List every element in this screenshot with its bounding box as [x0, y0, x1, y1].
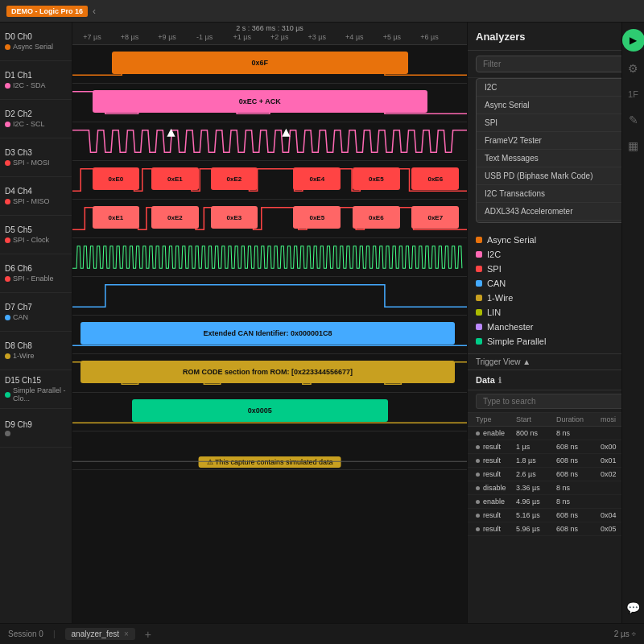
waveform-row-d9: ⚠ This capture contains simulated data — [72, 431, 467, 470]
tab-close-icon[interactable]: × — [124, 630, 129, 638]
ruler-marker-4: +1 µs — [233, 33, 250, 41]
row-duration: 8 ns — [556, 497, 601, 506]
analyzer-item-can[interactable]: CAN ✔ — [476, 276, 636, 291]
tab-analyzer-fest[interactable]: analyzer_fest × — [65, 628, 135, 640]
channel-name: D8 Ch8 — [5, 341, 67, 350]
analyzer-item-async-serial[interactable]: Async Serial ✔ — [476, 233, 636, 247]
ruler-marker-8: +5 µs — [383, 33, 401, 41]
channel-label-d1[interactable]: D1 Ch1 I2C - SDA — [0, 61, 72, 100]
row-start: 4.96 µs — [516, 497, 556, 506]
row-start: 5.16 µs — [516, 511, 556, 519]
dropdown-item-addressable-leds-(async)[interactable]: Addressable LEDs (Async) — [477, 221, 635, 223]
channel-sub: SPI - MISO — [5, 197, 67, 205]
waveform-area: 2 s : 366 ms : 310 µs +7 µs+8 µs+9 µs-1 … — [72, 23, 467, 623]
channel-label-d9[interactable]: D9 Ch9 — [0, 409, 72, 448]
row-start: 1 µs — [516, 443, 556, 451]
dropdown-item-spi[interactable]: SPI — [477, 114, 635, 132]
channel-label-d0[interactable]: D0 Ch0 Async Serial — [0, 23, 72, 61]
channel-label-d15[interactable]: D15 Ch15 Simple Parallel - Clo... — [0, 370, 72, 409]
data-row[interactable]: result 2.6 µs 608 ns 0x02 0x03 — [468, 468, 644, 481]
row-start: 3.36 µs — [516, 484, 556, 492]
chat-icon[interactable]: 💬 — [625, 599, 642, 617]
row-duration: 608 ns — [556, 443, 601, 451]
channel-label-d7[interactable]: D7 Ch7 CAN — [0, 293, 72, 332]
analyzer-color-dot — [476, 251, 482, 258]
dropdown-item-framev2-tester[interactable]: FrameV2 Tester — [477, 132, 635, 150]
proto-bar-ch3-1: 0xE1 — [151, 167, 199, 190]
proto-bar-ch7: Extended CAN Identifier: 0x000001C8 — [80, 322, 456, 345]
ruler-marker-0: +7 µs — [83, 33, 101, 41]
data-row[interactable]: result 1 µs 608 ns 0x00 0x01 — [468, 440, 644, 454]
channel-name: D0 Ch0 — [5, 32, 67, 41]
data-row[interactable]: enable 4.96 µs 8 ns — [468, 495, 644, 509]
channel-sub: SPI - Enable — [5, 275, 67, 283]
proto-bar-ch4-5: 0xE7 — [411, 206, 459, 229]
row-start: 2.6 µs — [516, 470, 556, 478]
analyzer-color-dot — [476, 324, 482, 330]
proto-bar-ch3-4: 0xE5 — [353, 167, 400, 190]
channel-label-d6[interactable]: D6 Ch6 SPI - Enable — [0, 254, 72, 293]
analyzer-item-simple-parallel[interactable]: Simple Parallel ✔ — [476, 334, 636, 349]
dropdown-item-i2c[interactable]: I2C — [477, 79, 635, 97]
analyzer-item-manchester[interactable]: Manchester ✔ — [476, 320, 636, 334]
channel-label-d3[interactable]: D3 Ch3 SPI - MOSI — [0, 138, 72, 177]
row-duration: 8 ns — [556, 429, 601, 437]
channel-label-d2[interactable]: D2 Ch2 I2C - SCL — [0, 100, 72, 138]
zoom-level: 2 µs ÷ — [614, 630, 636, 638]
channel-sub: SPI - MOSI — [5, 159, 67, 167]
dropdown-item-adxl343-accelerometer[interactable]: ADXL343 Accelerometer — [477, 203, 635, 221]
channel-name: D4 Ch4 — [5, 187, 67, 196]
terminal-icon[interactable]: 1F — [625, 85, 642, 103]
dropdown-item-usb-pd-(biphase-mark-code)[interactable]: USB PD (Biphase Mark Code) — [477, 167, 635, 185]
add-tab-button[interactable]: + — [145, 628, 151, 641]
proto-bar-ch4-3: 0xE5 — [293, 206, 341, 229]
channel-label-d8[interactable]: D8 Ch8 1-Wire — [0, 332, 72, 370]
collapse-arrow[interactable]: ‹ — [93, 6, 96, 17]
channel-label-d5[interactable]: D5 Ch5 SPI - Clock — [0, 216, 72, 254]
waveform-row-d2 — [72, 122, 467, 161]
data-row[interactable]: result 1.8 µs 608 ns 0x01 0x02 — [468, 454, 644, 468]
filter-input[interactable] — [476, 56, 636, 72]
data-row[interactable]: disable 3.36 µs 8 ns — [468, 481, 644, 495]
dropdown-item-async-serial[interactable]: Async Serial — [477, 97, 635, 114]
pencil-icon[interactable]: ✎ — [625, 111, 642, 129]
trigger-view-row[interactable]: Trigger View ▲ — [468, 354, 644, 370]
col-header-start: Start — [516, 415, 556, 423]
proto-bar-ch3-2: 0xE2 — [211, 167, 258, 190]
waveform-svg-d2 — [72, 122, 467, 160]
analyzer-name: Manchester — [487, 322, 533, 332]
channel-sub: I2C - SCL — [5, 120, 67, 128]
channel-label-d4[interactable]: D4 Ch4 SPI - MISO — [0, 177, 72, 216]
waveform-row-d0: 0x6F — [72, 45, 467, 84]
analyzer-color-dot — [476, 309, 482, 316]
analyzer-item-1-wire[interactable]: 1-Wire ✔ — [476, 291, 636, 305]
waveform-svg-d5 — [72, 238, 467, 276]
data-row[interactable]: result 5.16 µs 608 ns 0x04 0x05 — [468, 509, 644, 522]
ruler-marker-6: +3 µs — [308, 33, 326, 41]
analyzer-name: Simple Parallel — [487, 336, 546, 346]
row-duration: 608 ns — [556, 456, 601, 464]
data-row[interactable]: enable 800 ns 8 ns — [468, 427, 644, 440]
dropdown-item-text-messages[interactable]: Text Messages — [477, 150, 635, 167]
proto-bar-ch3-3: 0xE4 — [293, 167, 341, 190]
row-type: disable — [476, 484, 516, 492]
col-header-duration: Duration — [556, 415, 601, 423]
analyzer-item-spi[interactable]: SPI ✔ — [476, 262, 636, 276]
row-type: result — [476, 443, 516, 451]
dropdown-item-i2c-transactions[interactable]: I2C Transactions — [477, 185, 635, 203]
play-button[interactable]: ▶ — [622, 29, 645, 52]
row-type: result — [476, 456, 516, 464]
analyzers-header: Analyzers + — [468, 23, 644, 51]
time-center-label: 2 s : 366 ms : 310 µs — [236, 24, 303, 32]
waveform-rows[interactable]: 0x6F0xEC + ACK 0xE00xE10xE20xE40xE50xE60… — [72, 45, 467, 623]
analyzer-item-lin[interactable]: LIN ✔ — [476, 305, 636, 320]
data-row[interactable]: result 5.96 µs 608 ns 0x05 0x06 — [468, 522, 644, 536]
analyzer-list: Async Serial ✔ I2C ✔ SPI ✔ CAN ✔ 1-Wire … — [468, 228, 644, 354]
proto-bar-ch4-4: 0xE6 — [353, 206, 400, 229]
channel-name: D1 Ch1 — [5, 71, 67, 80]
analyzer-item-i2c[interactable]: I2C ✔ — [476, 247, 636, 262]
grid-icon[interactable]: ▦ — [625, 137, 642, 155]
proto-bar-ch4-0: 0xE1 — [93, 206, 140, 229]
sliders-icon[interactable]: ⚙ — [625, 60, 642, 77]
search-input[interactable] — [476, 394, 636, 409]
